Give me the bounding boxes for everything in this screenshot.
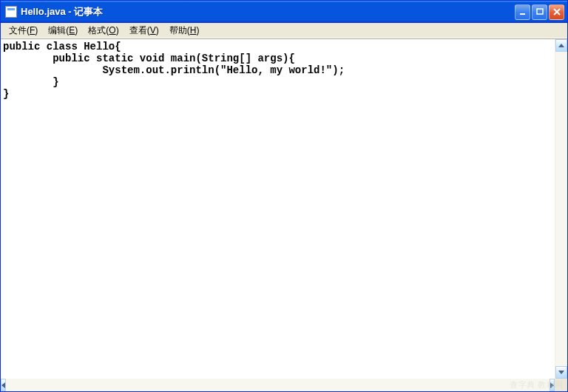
client-area: public class Hello{ public static void m… — [1, 39, 567, 379]
scroll-right-button[interactable] — [550, 379, 555, 391]
scroll-corner — [555, 379, 567, 391]
window-title: Hello.java - 记事本 — [21, 5, 515, 18]
menu-file[interactable]: 文件(F) — [4, 23, 43, 38]
chevron-right-icon — [550, 382, 554, 388]
text-editor[interactable]: public class Hello{ public static void m… — [1, 39, 555, 379]
scroll-up-button[interactable] — [555, 39, 567, 52]
titlebar[interactable]: Hello.java - 记事本 — [1, 1, 567, 23]
close-button[interactable] — [549, 4, 564, 20]
scroll-track-horizontal[interactable] — [6, 379, 550, 391]
vertical-scrollbar[interactable] — [555, 39, 567, 379]
menu-help[interactable]: 帮助(H) — [164, 23, 205, 38]
close-icon — [552, 7, 561, 16]
menubar: 文件(F) 编辑(E) 格式(O) 查看(V) 帮助(H) — [1, 23, 567, 38]
notepad-icon — [5, 6, 17, 18]
maximize-icon — [535, 7, 544, 16]
minimize-button[interactable] — [515, 4, 530, 20]
scroll-track-vertical[interactable] — [555, 52, 567, 366]
chevron-left-icon — [1, 382, 5, 388]
app-window: Hello.java - 记事本 文件(F) 编辑(E) 格式(O) 查看(V)… — [0, 0, 568, 392]
svg-rect-0 — [520, 13, 525, 15]
chevron-up-icon — [558, 44, 564, 47]
minimize-icon — [518, 7, 527, 16]
menu-view[interactable]: 查看(V) — [124, 23, 164, 38]
scroll-left-button[interactable] — [1, 379, 6, 391]
chevron-down-icon — [558, 371, 564, 374]
menu-edit[interactable]: 编辑(E) — [43, 23, 83, 38]
scroll-down-button[interactable] — [555, 366, 567, 379]
horizontal-scrollbar[interactable] — [1, 379, 555, 391]
window-controls — [515, 4, 564, 20]
menu-format[interactable]: 格式(O) — [83, 23, 124, 38]
client-wrap: public class Hello{ public static void m… — [1, 38, 567, 391]
maximize-button[interactable] — [532, 4, 547, 20]
horizontal-scroll-row — [1, 379, 567, 391]
svg-rect-1 — [537, 9, 543, 14]
